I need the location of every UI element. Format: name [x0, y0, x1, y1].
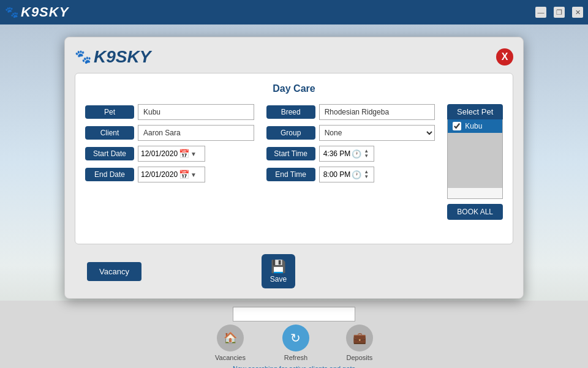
group-label: Group — [266, 126, 315, 140]
start-date-row: Start Date 12/01/2020 📅 ▼ — [85, 146, 254, 162]
pet-label: Pet — [85, 105, 134, 119]
restore-button[interactable]: ❐ — [554, 7, 565, 18]
form-left: Pet Client Start Date 12/01/2020 📅 — [85, 104, 254, 220]
start-time-arrows: ▲ ▼ — [364, 149, 369, 159]
end-time-row: End Time 8:00 PM 🕐 ▲ ▼ — [266, 167, 435, 182]
start-date-value: 12/01/2020 — [141, 149, 178, 158]
form-area: Pet Client Start Date 12/01/2020 📅 — [85, 104, 503, 220]
save-button[interactable]: 💾 Save — [262, 254, 295, 288]
paw-icon: 🐾 — [5, 6, 18, 19]
end-time-down-arrow[interactable]: ▼ — [364, 175, 369, 179]
end-date-field[interactable]: 12/01/2020 📅 ▼ — [138, 167, 205, 182]
select-pet-header: Select Pet — [447, 104, 503, 119]
select-pet-section: Select Pet Kubu BOOK ALL — [447, 104, 503, 220]
client-label: Client — [85, 126, 134, 140]
start-time-field[interactable]: 4:36 PM 🕐 ▲ ▼ — [319, 146, 374, 162]
start-time-clock-icon: 🕐 — [352, 149, 361, 159]
minimize-button[interactable]: — — [535, 7, 546, 18]
pet-field[interactable] — [138, 104, 254, 120]
modal-body: Day Care Pet Client Start Date — [75, 73, 513, 244]
end-date-arrow[interactable]: ▼ — [190, 171, 197, 178]
modal-title: Day Care — [85, 83, 503, 94]
end-date-value: 12/01/2020 — [141, 170, 178, 179]
start-time-down-arrow[interactable]: ▼ — [364, 154, 369, 159]
end-date-label: End Date — [85, 168, 134, 181]
end-time-label: End Time — [266, 168, 315, 181]
group-row: Group None Group 1 Group 2 — [266, 125, 435, 141]
modal-bottom-bar: Vacancy 💾 Save — [75, 254, 513, 288]
close-window-button[interactable]: ✕ — [572, 7, 583, 18]
end-time-clock-icon: 🕐 — [352, 170, 361, 179]
modal-header: 🐾 K9SKY X — [75, 47, 513, 67]
pet-name-kubu: Kubu — [465, 122, 482, 130]
end-date-row: End Date 12/01/2020 📅 ▼ — [85, 167, 254, 182]
modal-logo: 🐾 K9SKY — [75, 47, 151, 67]
pet-checkbox-kubu[interactable] — [453, 122, 461, 130]
modal-overlay: 🐾 K9SKY X Day Care Pet Clien — [0, 24, 588, 368]
breed-row: Breed — [266, 104, 435, 120]
pet-list-empty-area — [448, 133, 502, 188]
start-date-arrow[interactable]: ▼ — [190, 151, 197, 157]
start-date-field[interactable]: 12/01/2020 📅 ▼ — [138, 146, 205, 162]
book-all-button[interactable]: BOOK ALL — [447, 204, 503, 220]
client-field[interactable] — [138, 125, 254, 141]
start-date-label: Start Date — [85, 147, 134, 160]
start-time-label: Start Time — [266, 147, 315, 160]
breed-field[interactable] — [319, 104, 435, 120]
modal-logo-text: K9SKY — [94, 47, 151, 67]
group-select[interactable]: None Group 1 Group 2 — [319, 125, 435, 141]
end-date-calendar-icon[interactable]: 📅 — [179, 170, 189, 179]
title-bar-logo-text: K9SKY — [21, 4, 69, 20]
window-controls: — ❐ ✕ — [535, 7, 583, 18]
modal-paw-icon: 🐾 — [75, 49, 91, 65]
breed-label: Breed — [266, 105, 315, 119]
end-time-field[interactable]: 8:00 PM 🕐 ▲ ▼ — [319, 167, 374, 182]
end-time-arrows: ▲ ▼ — [364, 170, 369, 179]
start-date-calendar-icon[interactable]: 📅 — [179, 149, 189, 159]
select-pet-list: Kubu — [447, 119, 503, 199]
save-label: Save — [270, 275, 287, 284]
end-time-value: 8:00 PM — [323, 170, 351, 179]
save-floppy-icon: 💾 — [271, 259, 286, 274]
vacancy-button[interactable]: Vacancy — [87, 262, 141, 281]
start-time-value: 4:36 PM — [323, 149, 351, 158]
client-row: Client — [85, 125, 254, 141]
modal-dialog: 🐾 K9SKY X Day Care Pet Clien — [64, 37, 524, 299]
modal-close-button[interactable]: X — [496, 48, 513, 66]
main-background: 🏠 Vacancies ↻ Refresh 💼 Deposits Now sea… — [0, 24, 588, 368]
title-bar-logo: 🐾 K9SKY — [5, 4, 69, 20]
form-right: Breed Group None Group 1 Group 2 — [266, 104, 435, 220]
pet-row: Pet — [85, 104, 254, 120]
title-bar: 🐾 K9SKY — ❐ ✕ — [0, 0, 588, 24]
list-item[interactable]: Kubu — [448, 119, 502, 133]
start-time-row: Start Time 4:36 PM 🕐 ▲ ▼ — [266, 146, 435, 162]
